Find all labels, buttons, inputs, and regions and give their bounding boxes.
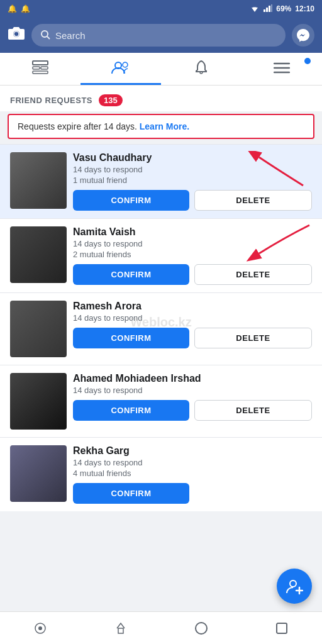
friend-requests-count: 135 [99, 94, 123, 106]
friend-info: Rekha Garg 14 days to respond 4 mutual f… [73, 445, 312, 504]
search-icon [40, 30, 50, 42]
delete-button[interactable]: DELETE [194, 328, 312, 348]
friend-requests-list: Vasu Chaudhary 14 days to respond 1 mutu… [0, 144, 322, 511]
friend-actions: CONFIRM DELETE [73, 400, 312, 421]
time-text: 12:10 [295, 4, 314, 13]
delete-button[interactable]: DELETE [194, 400, 312, 421]
messenger-button[interactable] [292, 24, 314, 47]
friend-request-item: Ahamed Mohiadeen Irshad 14 days to respo… [0, 365, 322, 437]
friend-name: Ramesh Arora [73, 301, 312, 312]
svg-point-25 [38, 626, 42, 630]
friend-actions: CONFIRM DELETE [73, 483, 312, 504]
svg-rect-12 [41, 67, 48, 69]
tab-bar [0, 53, 322, 86]
friend-request-item: Namita Vaish 14 days to respond 2 mutual… [0, 218, 322, 292]
friend-requests-header: FRIEND REQUESTS 135 [0, 86, 322, 111]
confirm-button[interactable]: CONFIRM [73, 190, 189, 211]
status-right: 69% 12:10 [250, 4, 314, 14]
friend-info: Ramesh Arora 14 days to respond CONFIRM … [73, 301, 312, 348]
friend-name: Ahamed Mohiadeen Irshad [73, 373, 312, 384]
bottom-navigation [0, 611, 322, 644]
bell-icon [194, 60, 208, 79]
status-notifications: 🔔 🔔 [8, 4, 30, 13]
delete-button[interactable]: DELETE [194, 264, 312, 285]
svg-rect-5 [271, 4, 272, 12]
confirm-button[interactable]: CONFIRM [73, 400, 189, 421]
svg-rect-4 [269, 6, 270, 12]
friend-name: Rekha Garg [73, 445, 312, 457]
confirm-button[interactable]: CONFIRM [73, 483, 189, 504]
battery-text: 69% [276, 4, 291, 13]
camera-button[interactable] [8, 26, 25, 45]
svg-point-27 [196, 623, 207, 634]
friend-info: Ahamed Mohiadeen Irshad 14 days to respo… [73, 373, 312, 421]
svg-rect-2 [264, 9, 265, 12]
friend-request-item: Rekha Garg 14 days to respond 4 mutual f… [0, 437, 322, 511]
svg-rect-28 [277, 623, 287, 633]
svg-point-21 [290, 580, 296, 587]
signal-icon [264, 4, 272, 14]
friend-info: Namita Vaish 14 days to respond 2 mutual… [73, 226, 312, 285]
notification-icon-2: 🔔 [21, 4, 30, 13]
tab-friends[interactable] [80, 53, 161, 85]
menu-icon [274, 60, 290, 78]
svg-rect-26 [118, 628, 123, 633]
friend-actions: CONFIRM DELETE [73, 328, 312, 348]
search-bar[interactable]: Search [31, 24, 286, 47]
bottom-nav-circle[interactable] [161, 621, 242, 635]
app-header: Search [0, 18, 322, 53]
confirm-button[interactable]: CONFIRM [73, 264, 189, 285]
tab-news-feed[interactable] [0, 53, 80, 85]
friend-request-item: Ramesh Arora 14 days to respond CONFIRM … [0, 292, 322, 365]
wifi-icon [250, 4, 260, 14]
expiry-banner: Requests expire after 14 days. Learn Mor… [8, 114, 314, 139]
expiry-text: Requests expire after 14 days. [18, 121, 137, 131]
friend-actions: CONFIRM DELETE [73, 264, 312, 285]
days-to-respond: 14 days to respond [73, 313, 312, 323]
notification-icon-1: 🔔 [8, 4, 17, 13]
status-bar: 🔔 🔔 69% 12:10 [0, 0, 322, 18]
days-to-respond: 14 days to respond [73, 458, 312, 467]
days-to-respond: 14 days to respond [73, 165, 312, 174]
avatar [10, 301, 67, 357]
mutual-friends: 2 mutual friends [73, 250, 312, 259]
add-friend-fab[interactable] [277, 569, 312, 604]
friend-requests-title: FRIEND REQUESTS [10, 96, 92, 105]
bottom-nav-square[interactable] [242, 622, 322, 635]
search-placeholder: Search [55, 30, 86, 41]
friends-icon [111, 60, 130, 78]
avatar [10, 152, 67, 209]
friend-name: Namita Vaish [73, 226, 312, 238]
delete-button[interactable]: DELETE [194, 190, 312, 211]
mutual-friends: 4 mutual friends [73, 469, 312, 478]
bottom-nav-back[interactable] [0, 622, 80, 635]
confirm-button[interactable]: CONFIRM [73, 328, 189, 348]
friend-request-item: Vasu Chaudhary 14 days to respond 1 mutu… [0, 144, 322, 218]
svg-rect-10 [33, 61, 48, 65]
friend-info: Vasu Chaudhary 14 days to respond 1 mutu… [73, 152, 312, 211]
svg-rect-13 [33, 71, 48, 74]
friend-actions: CONFIRM DELETE [73, 190, 312, 211]
tab-notifications[interactable] [161, 53, 242, 85]
friend-name: Vasu Chaudhary [73, 152, 312, 164]
mutual-friends: 1 mutual friend [73, 175, 312, 185]
avatar [10, 373, 67, 430]
avatar [10, 226, 67, 283]
days-to-respond: 14 days to respond [73, 239, 312, 248]
learn-more-link[interactable]: Learn More. [140, 121, 189, 131]
svg-rect-11 [33, 67, 40, 69]
news-feed-icon [32, 60, 48, 78]
svg-point-15 [123, 62, 128, 67]
svg-rect-3 [266, 8, 268, 12]
bottom-nav-home[interactable] [80, 622, 161, 635]
menu-badge [304, 58, 311, 64]
tab-menu[interactable] [242, 53, 322, 85]
days-to-respond: 14 days to respond [73, 386, 312, 395]
svg-line-9 [47, 36, 50, 39]
avatar [10, 445, 67, 502]
svg-point-8 [42, 31, 48, 37]
